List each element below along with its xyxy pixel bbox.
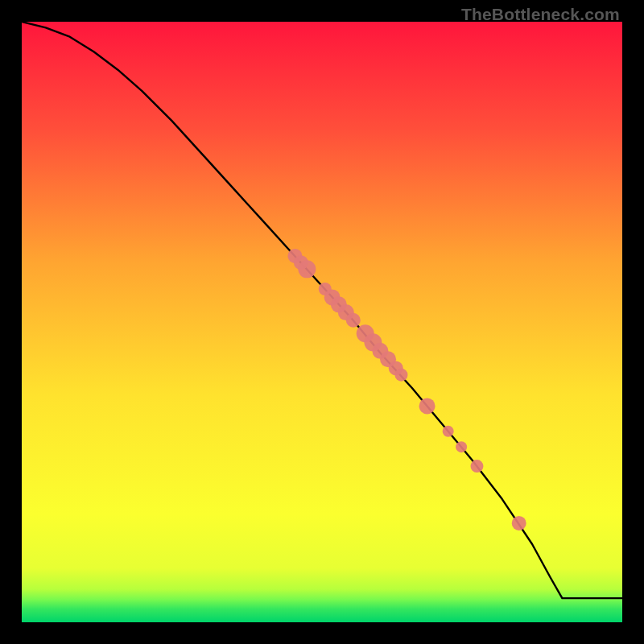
watermark-label: TheBottleneck.com: [461, 5, 620, 24]
data-point: [419, 398, 436, 414]
data-point: [346, 313, 361, 328]
data-point: [298, 260, 316, 278]
chart-overlay: [22, 22, 622, 622]
data-point: [443, 426, 454, 437]
plot-area: [22, 22, 622, 622]
curve-line: [22, 22, 622, 598]
data-point: [470, 460, 483, 473]
chart-frame: TheBottleneck.com: [0, 0, 644, 644]
data-point: [394, 369, 407, 382]
data-points: [287, 249, 526, 530]
data-point: [512, 516, 526, 530]
data-point: [456, 441, 467, 452]
